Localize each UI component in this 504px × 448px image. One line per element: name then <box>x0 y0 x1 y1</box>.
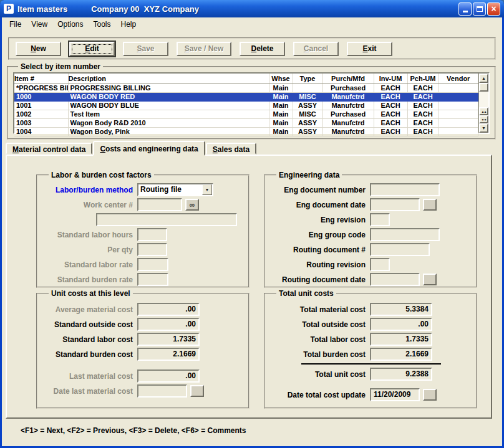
maximize-button[interactable] <box>473 2 486 16</box>
close-button[interactable]: × <box>487 2 500 16</box>
col-vendor[interactable]: Vendor <box>439 74 478 83</box>
cell-type: MISC <box>293 110 322 118</box>
menu-view[interactable]: View <box>26 18 52 31</box>
col-type[interactable]: Type <box>293 74 322 83</box>
eng-document-date-field[interactable] <box>370 198 420 211</box>
scroll-down-button[interactable]: ▼ <box>479 123 488 133</box>
table-header-row: Item # Description Whse Type Purch/Mfd I… <box>14 74 478 83</box>
chevron-down-icon[interactable]: ▼ <box>202 184 212 195</box>
date-last-material-cost-calendar-button[interactable] <box>190 385 204 397</box>
eng-group-code-label: Eng group code <box>271 231 370 239</box>
menu-file[interactable]: File <box>4 18 26 31</box>
eng-revision-field[interactable] <box>370 213 390 226</box>
selected-option: Routing file <box>138 184 202 195</box>
work-center-lookup-button[interactable]: ∞ <box>185 199 199 211</box>
cell-purch-mfd: Purchased <box>322 83 374 92</box>
edit-button[interactable]: Edit <box>69 42 115 56</box>
cell-type <box>293 83 322 92</box>
col-pch-um[interactable]: Pch-UM <box>407 74 439 83</box>
page-down-button[interactable]: ▼▼ <box>479 115 488 123</box>
total-labor-cost-field[interactable]: 1.7335 <box>370 333 432 346</box>
routing-document-number-field[interactable] <box>370 243 430 256</box>
routing-document-date-calendar-button[interactable] <box>423 274 437 285</box>
work-center-field[interactable] <box>137 198 182 211</box>
routing-revision-field[interactable] <box>370 258 390 271</box>
new-button[interactable]: New <box>16 42 61 56</box>
cell-purch-mfd: Purchased <box>322 110 374 118</box>
col-item-number[interactable]: Item # <box>14 74 68 83</box>
cell-item: *PROGRESS BILL <box>14 83 68 92</box>
button-label: Delete <box>251 44 273 53</box>
per-qty-field[interactable] <box>137 243 167 256</box>
eng-document-date-calendar-button[interactable] <box>423 199 437 211</box>
col-purch-mfd[interactable]: Purch/Mfd <box>322 74 374 83</box>
exit-button[interactable]: Exit <box>347 42 392 56</box>
tab-costs-and-engineering-data[interactable]: Costs and engineering data <box>93 141 205 156</box>
work-center-label: Work center # <box>44 201 137 209</box>
eng-document-number-label: Eng document number <box>271 186 370 194</box>
menu-options[interactable]: Options <box>52 18 88 31</box>
scrollbar-track[interactable] <box>479 92 488 107</box>
standard-labor-hours-field[interactable] <box>137 228 167 241</box>
item-row[interactable]: 1003 Wagon Body R&D 2010 Main ASSY Manuf… <box>14 118 478 127</box>
cell-item: 1003 <box>14 118 68 127</box>
cell-pch-um: EACH <box>407 83 439 92</box>
cell-description: Test Item <box>68 110 269 118</box>
tab-strip: Material control data Costs and engineer… <box>6 142 257 156</box>
button-label: New <box>31 44 46 53</box>
page-up-button[interactable]: ▲▲ <box>479 107 488 115</box>
cell-whse: Main <box>269 92 293 101</box>
save-button[interactable]: Save <box>123 42 168 56</box>
save-new-button[interactable]: Save / New <box>177 42 231 56</box>
scrollbar-thumb[interactable] <box>479 83 488 92</box>
eng-group-code-field[interactable] <box>370 228 440 241</box>
button-label: Save / New <box>185 44 224 53</box>
cell-type: ASSY <box>293 101 322 110</box>
tab-material-control-data[interactable]: Material control data <box>6 143 92 155</box>
item-row[interactable]: 1002 Test Item Main MISC Purchased EACH … <box>14 110 478 118</box>
titlebar[interactable]: P Item masters Company 00 XYZ Company × <box>0 0 504 17</box>
cell-item: 1000 <box>14 92 68 101</box>
routing-document-number-label: Routing document # <box>271 245 370 254</box>
vertical-scrollbar[interactable]: ▲ ▲▲ ▼▼ ▼ <box>478 74 488 133</box>
col-description[interactable]: Description <box>68 74 269 83</box>
standard-labor-rate-field[interactable] <box>137 258 168 271</box>
col-inv-um[interactable]: Inv-UM <box>374 74 407 83</box>
cell-vendor <box>439 83 478 92</box>
minimize-button[interactable] <box>458 2 472 16</box>
date-total-cost-update-calendar-button[interactable] <box>423 389 437 401</box>
tab-sales-data[interactable]: Sales data <box>206 143 256 155</box>
item-table: Item # Description Whse Type Purch/Mfd I… <box>14 74 478 136</box>
menu-tools[interactable]: Tools <box>89 18 116 31</box>
routing-document-date-field[interactable] <box>370 273 420 286</box>
standard-labor-cost-field[interactable]: 1.7335 <box>137 333 200 346</box>
col-whse[interactable]: Whse <box>269 74 293 83</box>
cell-type: ASSY <box>293 118 322 127</box>
scroll-up-button[interactable]: ▲ <box>479 74 488 83</box>
item-row[interactable]: 1004 Wagon Body, Pink Main ASSY Manufctr… <box>14 127 478 136</box>
standard-burden-cost-field[interactable]: 2.1669 <box>137 348 200 361</box>
labor-burden-method-select[interactable]: Routing file ▼ <box>137 183 213 196</box>
total-unit-cost-field[interactable]: 9.2388 <box>370 368 432 381</box>
delete-button[interactable]: Delete <box>240 42 285 56</box>
date-total-cost-update-field[interactable]: 11/20/2009 <box>370 388 420 401</box>
cancel-button[interactable]: Cancel <box>293 42 339 56</box>
menu-help[interactable]: Help <box>116 18 142 31</box>
eng-document-date-label: Eng document date <box>271 201 370 209</box>
item-row-selected[interactable]: 1000 WAGON BODY RED Main MISC Manufctrd … <box>14 92 478 101</box>
standard-burden-rate-field[interactable] <box>137 273 168 286</box>
total-burden-cost-field[interactable]: 2.1669 <box>370 348 432 361</box>
last-material-cost-field[interactable]: .00 <box>137 369 200 383</box>
total-labor-cost-label: Total labor cost <box>271 335 370 344</box>
date-last-material-cost-field[interactable] <box>137 384 187 398</box>
total-outside-cost-field[interactable]: .00 <box>370 318 432 331</box>
work-center-description-field[interactable] <box>96 213 237 226</box>
cell-purch-mfd: Manufctrd <box>322 127 374 136</box>
cell-vendor <box>439 101 478 110</box>
total-material-cost-field[interactable]: 5.3384 <box>370 303 432 316</box>
item-row[interactable]: 1001 WAGON BODY BLUE Main ASSY Manufctrd… <box>14 101 478 110</box>
standard-outside-cost-field[interactable]: .00 <box>137 318 200 331</box>
eng-document-number-field[interactable] <box>370 183 440 196</box>
item-row[interactable]: *PROGRESS BILL PROGRESSING BILLING Main … <box>14 83 478 92</box>
average-material-cost-field[interactable]: .00 <box>137 303 200 316</box>
